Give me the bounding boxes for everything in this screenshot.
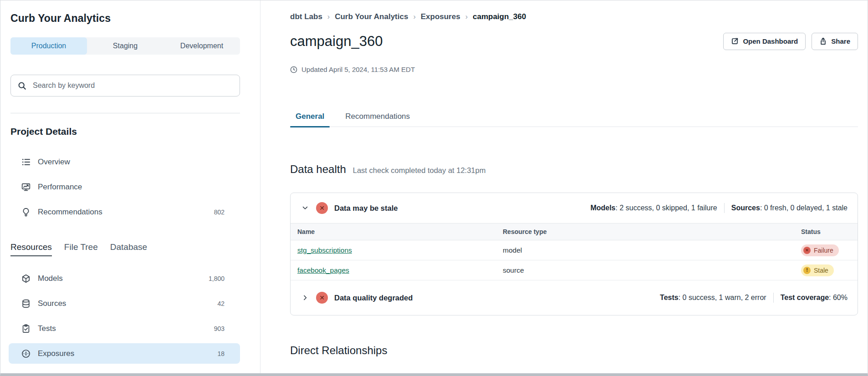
resources-nav: Models 1,800 Sources 42 <box>9 268 240 364</box>
sidebar-item-overview[interactable]: Overview <box>9 152 240 172</box>
env-tab-development[interactable]: Development <box>163 37 240 55</box>
env-tab-staging[interactable]: Staging <box>87 37 163 55</box>
error-status-icon: ✕ <box>316 202 328 214</box>
quality-section-row: ✕ Data quality degraded Tests: 0 success… <box>291 280 858 315</box>
breadcrumb-project[interactable]: Curb Your Analytics <box>335 12 408 21</box>
stale-section-stats: Models: 2 success, 0 skipped, 1 failure … <box>590 203 848 213</box>
sidebar-item-recommendations[interactable]: Recommendations 802 <box>9 202 240 222</box>
search-icon <box>18 81 26 90</box>
header-actions: Open Dashboard Share <box>723 33 858 50</box>
sidebar-item-exposures[interactable]: Exposures 18 <box>9 343 240 364</box>
share-button[interactable]: Share <box>812 33 858 50</box>
title-row: campaign_360 Open Dashboard <box>290 32 858 50</box>
models-stat: Models: 2 success, 0 skipped, 1 failure <box>590 204 717 212</box>
project-details-nav: Overview Performance <box>9 152 240 222</box>
sidebar-item-models[interactable]: Models 1,800 <box>9 268 240 289</box>
status-badge-stale: ! Stale <box>801 264 834 276</box>
tab-database[interactable]: Database <box>110 242 147 256</box>
chevron-right-icon: › <box>327 13 330 21</box>
sidebar-divider <box>10 113 240 113</box>
sidebar-item-count: 903 <box>214 325 225 332</box>
lightbulb-icon <box>21 208 31 217</box>
test-coverage-stat: Test coverage: 60% <box>781 294 848 302</box>
column-resource-type: Resource type <box>503 228 801 235</box>
breadcrumb-exposures[interactable]: Exposures <box>421 12 460 21</box>
exclamation-circle-icon: ! <box>803 267 811 274</box>
table-header: Name Resource type Status <box>291 223 858 240</box>
direct-relationships-heading: Direct Relationships <box>290 344 858 357</box>
table-row: facebook_pages source ! Stale <box>291 260 858 280</box>
table-row: stg_subscriptions model ✕ Failure <box>291 240 858 260</box>
sidebar-item-label: Overview <box>38 158 70 167</box>
updated-text: Updated April 5, 2024, 11:53 AM EDT <box>301 66 415 73</box>
open-dashboard-label: Open Dashboard <box>743 37 798 45</box>
updated-timestamp: Updated April 5, 2024, 11:53 AM EDT <box>290 66 858 73</box>
project-details-heading: Project Details <box>10 126 260 137</box>
sidebar-item-label: Models <box>38 274 63 283</box>
quality-section-left: ✕ Data quality degraded <box>301 292 413 304</box>
quality-section-title: Data quality degraded <box>334 294 413 302</box>
stat-divider <box>773 293 774 303</box>
sources-stat: Sources: 0 fresh, 0 delayed, 1 stale <box>731 204 848 212</box>
tab-recommendations[interactable]: Recommendations <box>340 112 415 127</box>
share-icon <box>819 37 827 45</box>
sidebar-item-label: Exposures <box>38 349 74 358</box>
resource-type-cell: source <box>503 266 801 274</box>
sidebar-item-label: Performance <box>38 183 82 192</box>
resource-type-cell: model <box>503 246 801 254</box>
last-check-text: Last check completed today at 12:31pm <box>353 166 486 175</box>
column-name: Name <box>291 228 503 235</box>
database-icon <box>21 299 31 308</box>
cube-icon <box>21 274 31 283</box>
sidebar-item-label: Tests <box>38 324 56 333</box>
dbt-explorer-page: Curb Your Analytics Production Staging D… <box>0 0 868 376</box>
page-title: campaign_360 <box>290 32 383 50</box>
tab-general[interactable]: General <box>290 112 330 127</box>
search-box[interactable] <box>10 75 240 97</box>
error-status-icon: ✕ <box>316 292 328 304</box>
breadcrumb-dbt-labs[interactable]: dbt Labs <box>290 12 322 21</box>
breadcrumb-current: campaign_360 <box>473 12 526 21</box>
stale-section-left: ✕ Data may be stale <box>301 202 398 214</box>
quality-section-stats: Tests: 0 success, 1 warn, 2 error Test c… <box>660 293 848 303</box>
stale-section-title: Data may be stale <box>334 204 398 213</box>
resource-link-facebook-pages[interactable]: facebook_pages <box>297 266 349 274</box>
sidebar-item-sources[interactable]: Sources 42 <box>9 293 240 314</box>
clipboard-check-icon <box>21 324 31 333</box>
tests-stat: Tests: 0 success, 1 warn, 2 error <box>660 294 766 302</box>
expand-chevron-right-icon[interactable] <box>301 293 310 302</box>
detail-tabs: General Recommendations <box>290 112 858 127</box>
sidebar-item-label: Sources <box>38 299 66 308</box>
clock-icon <box>290 66 297 73</box>
tab-resources[interactable]: Resources <box>10 242 52 256</box>
data-health-heading-row: Data health Last check completed today a… <box>290 163 858 176</box>
chevron-right-icon: › <box>465 13 468 21</box>
data-health-card: ✕ Data may be stale Models: 2 success, 0… <box>290 193 858 315</box>
chevron-right-icon: › <box>413 13 415 21</box>
sidebar-item-count: 802 <box>214 208 225 216</box>
environment-tabs: Production Staging Development <box>10 37 240 55</box>
breadcrumb: dbt Labs › Curb Your Analytics › Exposur… <box>290 12 858 21</box>
main-content: dbt Labs › Curb Your Analytics › Exposur… <box>260 0 868 373</box>
stale-section-row: ✕ Data may be stale Models: 2 success, 0… <box>291 193 858 223</box>
search-input[interactable] <box>32 81 233 90</box>
data-health-heading: Data health <box>290 163 346 176</box>
sidebar-item-count: 18 <box>217 350 225 357</box>
tab-file-tree[interactable]: File Tree <box>64 242 98 256</box>
collapse-chevron-down-icon[interactable] <box>301 203 310 213</box>
performance-icon <box>21 183 31 192</box>
env-tab-production[interactable]: Production <box>10 37 87 55</box>
sidebar-item-performance[interactable]: Performance <box>9 177 240 197</box>
stat-divider <box>724 203 725 213</box>
open-dashboard-button[interactable]: Open Dashboard <box>723 33 806 50</box>
gauge-icon <box>21 349 31 358</box>
x-circle-icon: ✕ <box>803 247 811 254</box>
resource-link-stg-subscriptions[interactable]: stg_subscriptions <box>297 246 352 254</box>
sidebar-item-label: Recommendations <box>38 208 102 217</box>
sidebar-item-tests[interactable]: Tests 903 <box>9 318 240 339</box>
status-badge-failure: ✕ Failure <box>801 244 839 256</box>
list-icon <box>21 158 31 167</box>
external-link-icon <box>731 37 739 45</box>
share-label: Share <box>831 37 850 45</box>
column-status: Status <box>801 228 858 235</box>
